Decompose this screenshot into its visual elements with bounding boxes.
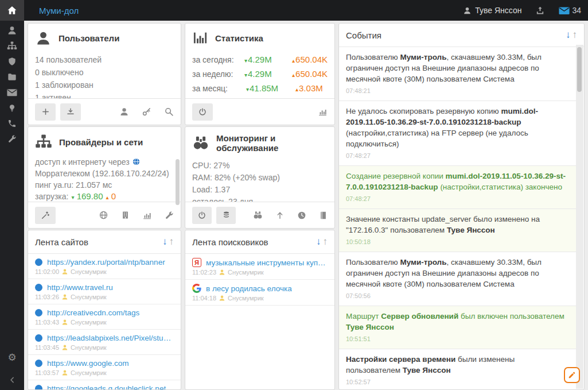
power-button[interactable] [192, 207, 212, 224]
down-arrow-icon: ▾ [246, 83, 249, 96]
download-value: ▾4.29M [244, 53, 292, 67]
user-icon[interactable] [119, 107, 129, 117]
sidebar-collapse[interactable] [0, 372, 24, 388]
binoculars-icon[interactable] [253, 210, 263, 220]
lightbulb-icon [8, 103, 16, 113]
chart-icon[interactable] [142, 210, 152, 220]
folder-icon [7, 72, 17, 82]
widget-title: Провайдеры и сети [59, 137, 143, 147]
widget-title: Лента поисковиков [192, 237, 316, 247]
sidebar-item-storage[interactable] [0, 69, 24, 84]
sort-desc-icon[interactable]: ↓ [566, 29, 571, 41]
event-time: 07:50:56 [346, 291, 569, 302]
site-link[interactable]: https://www.google.com [35, 359, 174, 368]
journal-icon[interactable] [319, 211, 328, 220]
download-value: ▾4.29M [244, 67, 292, 82]
upload-icon[interactable] [535, 6, 545, 16]
setup-wizard-button[interactable] [35, 207, 56, 224]
site-entry: https://www.google.com11:03:57 Снусмумри… [28, 355, 181, 380]
site-url: https://leadslabpixels.net/Pixel/studyin… [47, 334, 174, 342]
widget-title: Пользователи [59, 33, 119, 43]
messages-indicator[interactable]: 34 [559, 6, 581, 15]
home-button[interactable] [0, 0, 24, 21]
site-link[interactable]: http://creativecdn.com/tags [35, 308, 174, 317]
feed-user-icon [61, 344, 68, 351]
clock-icon[interactable] [297, 211, 306, 220]
site-time: 11:03:26 [35, 294, 59, 300]
feed-user-icon [219, 269, 225, 276]
compose-event-button[interactable] [564, 367, 580, 383]
key-icon[interactable] [142, 107, 151, 117]
up-arrow-icon: ▴ [292, 54, 295, 67]
search-icon[interactable] [164, 107, 174, 117]
globe-icon[interactable] [99, 210, 108, 220]
event-item[interactable]: Значение константы update_server было из… [339, 209, 576, 252]
cpu-usage: CPU: 27% [192, 160, 328, 172]
event-time: 10:52:57 [346, 377, 569, 388]
up-arrow-icon: ▴ [106, 194, 109, 200]
chart-icon[interactable] [318, 107, 328, 117]
shield-icon [7, 56, 17, 67]
search-link[interactable]: Ямузыкальные инструменты купить [192, 258, 328, 267]
sort-asc-icon[interactable]: ↑ [169, 236, 174, 248]
sort-desc-icon[interactable]: ↓ [162, 236, 168, 248]
import-users-button[interactable] [60, 103, 81, 121]
search-link[interactable]: в лесу родилась елочка [192, 284, 328, 293]
site-link[interactable]: http://www.travel.ru [35, 283, 174, 292]
event-item[interactable]: Не удалось скопировать резервную копию m… [339, 101, 576, 166]
site-link[interactable]: https://googleads.g.doubleclick.net/adsi… [35, 384, 174, 389]
search-time: 11:02:23 [192, 269, 216, 276]
widget-sites-feed: Лента сайтов ↓ ↑ https://yandex.ru/porta… [28, 230, 181, 390]
search-query: в лесу родилась елочка [206, 284, 292, 293]
search-meta: 11:02:23 Снусмумрик [192, 269, 328, 276]
current-user[interactable]: Туве Янссон [463, 6, 521, 15]
event-time: 10:50:18 [346, 237, 569, 248]
site-link[interactable]: https://leadslabpixels.net/Pixel/studyin… [35, 334, 174, 342]
site-user: Снусмумрик [71, 319, 107, 326]
site-dot-icon [35, 385, 42, 389]
site-entry: http://www.travel.ru11:03:26 Снусмумрик [28, 279, 181, 304]
upload-value: ▴ 0 [106, 191, 116, 202]
events-scrollbar-track [576, 45, 583, 389]
sort-asc-icon[interactable]: ↑ [573, 29, 578, 41]
event-item[interactable]: Пользователю Муми-троль, скачавшему 30.3… [339, 252, 576, 306]
site-time: 11:02:00 [35, 268, 59, 275]
event-item[interactable]: Настройки сервера времени были изменены … [339, 349, 576, 389]
event-text: Маршрут Сервер обновлений был включен по… [346, 311, 569, 333]
sidebar-item-mail[interactable] [0, 84, 24, 100]
users-disabled: 0 выключено [35, 66, 174, 79]
toggle-statistics-button[interactable] [192, 103, 213, 121]
sidebar-item-users[interactable] [0, 22, 24, 38]
event-list: Пользователю Муми-троль, скачавшему 30.3… [339, 47, 576, 389]
top-bar: Муми-дол Туве Янссон 34 [0, 0, 588, 21]
add-user-button[interactable] [35, 103, 56, 121]
sidebar-item-network[interactable] [0, 38, 24, 53]
sort-desc-icon[interactable]: ↓ [316, 236, 321, 248]
feed-user-icon [61, 268, 68, 275]
event-item[interactable]: Создание резервной копии mumi.dol-2019.1… [339, 166, 576, 209]
site-time: 11:03:45 [35, 344, 59, 351]
sidebar-item-tips[interactable] [0, 100, 24, 115]
globe-icon [132, 157, 141, 166]
building-icon[interactable] [121, 210, 130, 220]
sort-asc-icon[interactable]: ↑ [323, 236, 328, 248]
license-days-left: осталось 23 дня [192, 196, 328, 202]
wrench-icon[interactable] [165, 211, 174, 220]
users-icon [7, 25, 17, 36]
down-arrow-icon: ▾ [244, 68, 247, 82]
sidebar-item-telephony[interactable] [0, 115, 24, 131]
events-scrollbar-thumb[interactable] [577, 47, 582, 92]
database-button[interactable] [216, 207, 236, 224]
update-arrow-icon[interactable] [275, 211, 285, 220]
stats-row-week: за неделю: ▾4.29M ▴650.04K [192, 67, 328, 82]
sidebar-item-security[interactable] [0, 53, 24, 69]
site-user: Снусмумрик [71, 369, 107, 376]
provider-scrollbar-thumb[interactable] [176, 159, 180, 205]
app-title[interactable]: Муми-дол [39, 6, 79, 16]
site-link[interactable]: https://yandex.ru/portal/ntp/banner [35, 258, 174, 267]
sidebar-item-services[interactable] [0, 131, 24, 146]
event-item[interactable]: Маршрут Сервер обновлений был включен по… [339, 306, 576, 349]
down-arrow-icon: ▾ [244, 54, 247, 67]
event-item[interactable]: Пользователю Муми-троль, скачавшему 30.3… [339, 47, 576, 101]
sidebar-item-settings[interactable]: ⚙ [0, 350, 24, 365]
